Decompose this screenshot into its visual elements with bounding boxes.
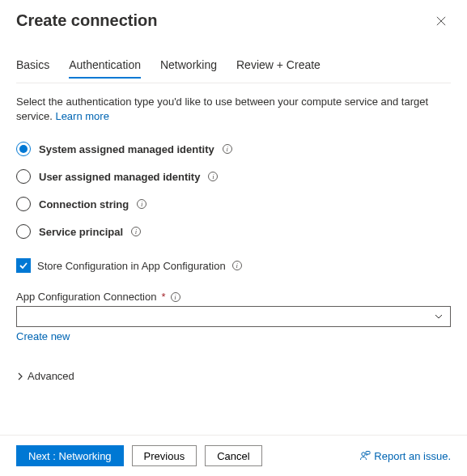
page-title: Create connection — [16, 11, 157, 30]
report-issue-text: Report an issue. — [374, 450, 451, 462]
radio-system-identity[interactable]: System assigned managed identity i — [16, 142, 451, 156]
tab-authentication[interactable]: Authentication — [69, 53, 141, 78]
advanced-label: Advanced — [28, 370, 74, 382]
info-icon[interactable]: i — [171, 292, 180, 302]
radio-connection-string[interactable]: Connection string i — [16, 197, 451, 211]
info-icon[interactable]: i — [208, 172, 218, 181]
cancel-button[interactable]: Cancel — [205, 445, 261, 466]
person-feedback-icon — [359, 450, 371, 461]
close-button[interactable] — [431, 11, 451, 31]
radio-user-identity[interactable]: User assigned managed identity i — [16, 169, 451, 184]
required-marker: * — [161, 291, 165, 303]
footer-bar: Next : Networking Previous Cancel Report… — [0, 435, 467, 476]
radio-label: User assigned managed identity — [39, 171, 200, 183]
radio-label: Service principal — [39, 226, 123, 238]
radio-label: System assigned managed identity — [39, 143, 214, 155]
store-config-checkbox-row[interactable]: Store Configuration in App Configuration… — [16, 258, 451, 273]
advanced-toggle[interactable]: Advanced — [16, 370, 451, 382]
tab-review-create[interactable]: Review + Create — [236, 53, 321, 78]
info-icon[interactable]: i — [223, 144, 232, 154]
next-button[interactable]: Next : Networking — [16, 445, 124, 466]
auth-description: Select the authentication type you'd lik… — [16, 95, 451, 124]
radio-label: Connection string — [39, 198, 129, 210]
previous-button[interactable]: Previous — [132, 445, 197, 466]
auth-type-radio-group: System assigned managed identity i User … — [16, 142, 451, 239]
radio-icon — [16, 197, 31, 211]
create-new-link[interactable]: Create new — [16, 330, 451, 342]
svg-rect-1 — [366, 452, 370, 455]
info-icon[interactable]: i — [137, 199, 146, 209]
svg-point-0 — [362, 453, 365, 456]
app-config-label-text: App Configuration Connection — [16, 291, 156, 303]
radio-icon — [16, 224, 31, 239]
info-icon[interactable]: i — [232, 261, 242, 270]
radio-icon — [16, 169, 31, 184]
report-issue-link[interactable]: Report an issue. — [359, 450, 451, 462]
tab-basics[interactable]: Basics — [16, 53, 49, 78]
close-icon — [436, 15, 446, 27]
radio-service-principal[interactable]: Service principal i — [16, 224, 451, 239]
radio-icon — [16, 142, 31, 156]
chevron-down-icon — [434, 312, 444, 321]
chevron-right-icon — [16, 372, 24, 380]
tab-bar: Basics Authentication Networking Review … — [16, 53, 451, 78]
tab-networking[interactable]: Networking — [160, 53, 217, 78]
app-config-select[interactable] — [16, 306, 451, 327]
checkbox-checked-icon — [16, 258, 31, 273]
info-icon[interactable]: i — [131, 227, 141, 236]
store-config-label: Store Configuration in App Configuration — [37, 260, 226, 272]
app-config-field-label: App Configuration Connection * i — [16, 291, 451, 303]
learn-more-link[interactable]: Learn more — [55, 110, 108, 122]
